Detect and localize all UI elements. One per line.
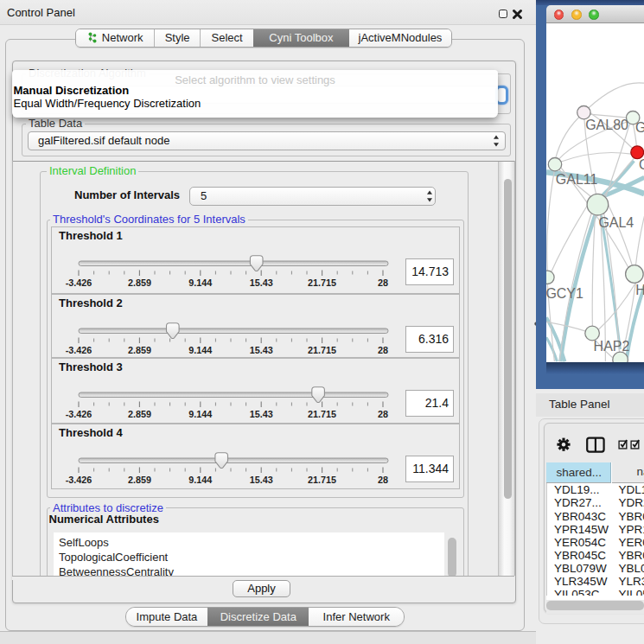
svg-text:21.715: 21.715 — [308, 475, 336, 485]
svg-text:-3.426: -3.426 — [66, 277, 92, 288]
svg-text:28: 28 — [378, 277, 388, 288]
svg-text:21.715: 21.715 — [308, 409, 336, 419]
svg-text:2.859: 2.859 — [128, 277, 151, 288]
svg-text:21.715: 21.715 — [308, 277, 336, 288]
svg-text:-3.426: -3.426 — [66, 345, 92, 355]
svg-text:HAP2: HAP2 — [593, 338, 629, 353]
svg-text:9.144: 9.144 — [188, 475, 212, 485]
svg-text:28: 28 — [378, 475, 388, 485]
svg-text:9.144: 9.144 — [188, 409, 212, 419]
svg-text:GAL11: GAL11 — [555, 171, 597, 186]
svg-text:15.43: 15.43 — [250, 475, 273, 485]
svg-text:28: 28 — [378, 345, 388, 355]
svg-text:-3.426: -3.426 — [66, 475, 92, 485]
svg-text:-3.426: -3.426 — [66, 409, 92, 419]
svg-text:21.715: 21.715 — [308, 345, 336, 355]
svg-text:15.43: 15.43 — [250, 277, 273, 288]
svg-text:GAL80: GAL80 — [585, 118, 628, 132]
svg-text:9.144: 9.144 — [188, 277, 212, 288]
svg-text:2.859: 2.859 — [128, 475, 151, 485]
svg-text:GCY1: GCY1 — [546, 286, 583, 301]
svg-text:2.859: 2.859 — [128, 345, 151, 355]
svg-text:28: 28 — [378, 409, 388, 419]
svg-text:C: C — [639, 157, 644, 172]
svg-text:15.43: 15.43 — [250, 345, 273, 355]
svg-text:GA: GA — [634, 120, 643, 135]
svg-text:15.43: 15.43 — [250, 409, 273, 419]
svg-text:GAL4: GAL4 — [598, 215, 634, 230]
svg-text:2.859: 2.859 — [128, 409, 151, 419]
svg-text:H: H — [635, 282, 644, 296]
svg-text:9.144: 9.144 — [188, 345, 212, 355]
